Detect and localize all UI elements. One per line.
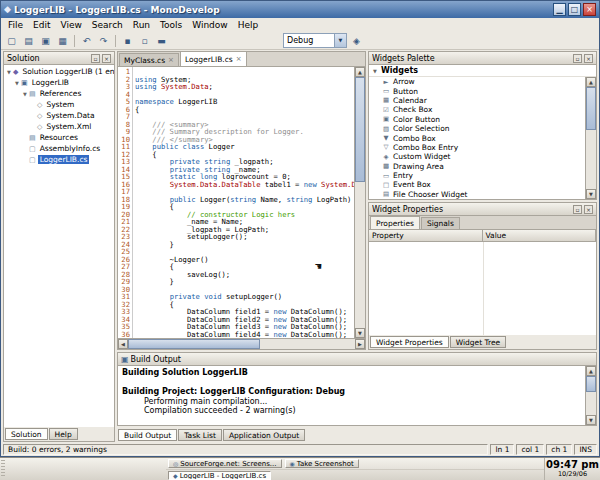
build-output-scrollbar[interactable]: ▲ ▼ [585, 366, 596, 425]
scroll-up-icon[interactable]: ▲ [586, 366, 596, 376]
clock-applet[interactable]: 09:47 pm 10/29/06 [544, 458, 600, 480]
scroll-right-icon[interactable]: ▶ [355, 339, 365, 349]
editor-horizontal-scrollbar[interactable]: ◀ ▶ [118, 338, 365, 349]
tab-widget-tree[interactable]: Widget Tree [450, 336, 506, 348]
scroll-up-icon[interactable]: ▲ [586, 77, 596, 87]
minimize-button[interactable]: ▁ [553, 3, 566, 16]
widget-item-arrow[interactable]: ►Arrow [369, 77, 585, 86]
tree-item-loggerlib[interactable]: ▼▣LoggerLIB [4, 77, 114, 88]
widget-item-color-selection[interactable]: ▧Color Selection [369, 124, 585, 133]
widget-item-combo-box[interactable]: ▼Combo Box [369, 133, 585, 142]
tab-signals[interactable]: Signals [421, 217, 460, 229]
widget-item-entry[interactable]: ▭Entry [369, 171, 585, 180]
widget-item-custom-widget[interactable]: ◈Custom Widget [369, 152, 585, 161]
maximize-button[interactable]: □ [568, 3, 581, 16]
tab-properties[interactable]: Properties [370, 216, 420, 229]
dock-pin-button[interactable]: ▫ [573, 54, 582, 63]
expander-open-icon[interactable]: ▼ [13, 80, 21, 86]
menu-help[interactable]: Help [233, 19, 264, 31]
expander-open-icon[interactable]: ▼ [371, 68, 379, 74]
editor-vertical-scrollbar[interactable]: ▲ ▼ [354, 67, 365, 338]
scroll-down-icon[interactable]: ▼ [586, 189, 596, 199]
tree-item-system[interactable]: ◇System [4, 99, 114, 110]
widget-item-combo-box-entry[interactable]: ▽Combo Box Entry [369, 143, 585, 152]
widget-item-button[interactable]: ▭Button [369, 86, 585, 95]
scrollbar-thumb[interactable] [128, 339, 260, 349]
widget-item-color-button[interactable]: ▣Color Button [369, 115, 585, 124]
tab-help[interactable]: Help [49, 428, 78, 440]
tree-item-system-data[interactable]: ◇System.Data [4, 110, 114, 121]
cut-button[interactable]: ▪ [120, 33, 135, 48]
panel-drag-handle[interactable] [1, 460, 5, 478]
tab-solution[interactable]: Solution [5, 428, 48, 440]
tab-application-output[interactable]: Application Output [223, 429, 305, 441]
dock-close-button[interactable]: × [102, 54, 111, 63]
code-area[interactable]: using System;using System.Data;namespace… [133, 67, 354, 338]
widgets-section-header[interactable]: ▼ Widgets [369, 65, 596, 77]
scrollbar-track[interactable] [355, 77, 365, 328]
menu-view[interactable]: View [56, 19, 87, 31]
value-column-header[interactable]: Value [483, 230, 597, 241]
task-button-take-screenshot[interactable]: ◉Take Screenshot [285, 459, 359, 468]
save-all-button[interactable]: ▦ [55, 33, 70, 48]
tab-widget-properties[interactable]: Widget Properties [370, 336, 449, 348]
paste-button[interactable]: ▬ [154, 33, 169, 48]
tab-myclass-cs[interactable]: MyClass.cs× [119, 53, 179, 66]
widget-item-event-box[interactable]: □Event Box [369, 180, 585, 189]
scrollbar-thumb[interactable] [586, 87, 596, 130]
widget-item-calendar[interactable]: ▦Calendar [369, 96, 585, 105]
tree-item-system-xml[interactable]: ◇System.Xml [4, 121, 114, 132]
configuration-combo[interactable]: Debug ▼ [283, 33, 347, 48]
task-button-sourceforge-net-screens[interactable]: ◎SourceForge.net: Screens... [168, 459, 282, 468]
scroll-left-icon[interactable]: ◀ [118, 339, 128, 349]
open-button[interactable]: ▤ [21, 33, 36, 48]
menu-edit[interactable]: Edit [28, 19, 55, 31]
dock-pin-button[interactable]: ▫ [91, 54, 100, 63]
menu-run[interactable]: Run [128, 19, 155, 31]
tree-item-references[interactable]: ▼▤References [4, 88, 114, 99]
scrollbar-track[interactable] [128, 339, 355, 349]
scroll-down-icon[interactable]: ▼ [586, 415, 596, 425]
tree-item-resources[interactable]: ▤Resources [4, 132, 114, 143]
menu-tools[interactable]: Tools [155, 19, 187, 31]
palette-vertical-scrollbar[interactable]: ▲ ▼ [585, 77, 596, 199]
property-grid[interactable] [369, 242, 596, 335]
chevron-down-icon[interactable]: ▼ [334, 34, 346, 47]
scroll-up-icon[interactable]: ▲ [355, 67, 365, 77]
tree-item-loggerlib-cs[interactable]: ▢LoggerLIB.cs [4, 154, 114, 165]
scrollbar-thumb[interactable] [355, 77, 365, 182]
tab-close-icon[interactable]: × [236, 56, 242, 63]
tab-task-list[interactable]: Task List [178, 429, 222, 441]
scrollbar-track[interactable] [586, 87, 596, 189]
tab-loggerlib-cs[interactable]: LoggerLIB.cs× [180, 51, 247, 66]
redo-button[interactable]: ↷ [96, 33, 111, 48]
expander-open-icon[interactable]: ▼ [5, 69, 13, 75]
scrollbar-track[interactable] [586, 376, 596, 415]
tab-close-icon[interactable]: × [168, 57, 174, 64]
solution-tree[interactable]: ▼◆Solution LoggerLIB (1 entry)▼▣LoggerLI… [4, 65, 114, 427]
undo-button[interactable]: ↶ [79, 33, 94, 48]
property-column-header[interactable]: Property [369, 230, 483, 241]
build-button[interactable]: ◈ [349, 33, 364, 48]
expander-open-icon[interactable]: ▼ [21, 91, 29, 97]
title-bar[interactable]: ◆ LoggerLIB - LoggerLIB.cs - MonoDevelop… [1, 1, 599, 18]
build-output-text[interactable]: Building Solution LoggerLIBBuilding Proj… [118, 366, 585, 425]
tab-build-output[interactable]: Build Output [118, 429, 177, 441]
scrollbar-thumb[interactable] [586, 376, 596, 392]
widget-item-check-box[interactable]: ☑Check Box [369, 105, 585, 114]
copy-button[interactable]: ▫ [137, 33, 152, 48]
tree-item-solution-loggerlib-1-entry[interactable]: ▼◆Solution LoggerLIB (1 entry) [4, 66, 114, 77]
dock-close-button[interactable]: × [584, 54, 593, 63]
task-button-loggerlib-loggerlib-cs[interactable]: ◆LoggerLIB - LoggerLIB.cs [168, 471, 271, 480]
new-file-button[interactable]: ▢ [4, 33, 19, 48]
tree-item-assemblyinfo-cs[interactable]: ▢AssemblyInfo.cs [4, 143, 114, 154]
menu-window[interactable]: Window [187, 19, 233, 31]
dock-close-button[interactable]: × [584, 205, 593, 214]
widget-item-drawing-area[interactable]: ▩Drawing Area [369, 162, 585, 171]
widgets-list[interactable]: ►Arrow▭Button▦Calendar☑Check Box▣Color B… [369, 77, 585, 199]
close-button[interactable]: × [583, 3, 596, 16]
save-button[interactable]: ▣ [38, 33, 53, 48]
scroll-down-icon[interactable]: ▼ [355, 328, 365, 338]
widget-item-file-chooser-widget[interactable]: ▤File Chooser Widget [369, 190, 585, 199]
dock-pin-button[interactable]: ▫ [573, 205, 582, 214]
